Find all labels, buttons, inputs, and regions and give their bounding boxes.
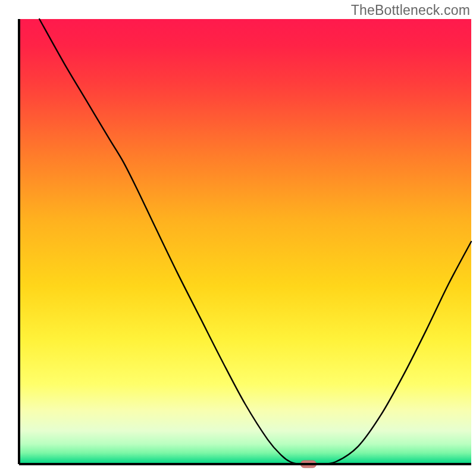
plot-background <box>19 19 471 464</box>
bottleneck-chart: TheBottleneck.com <box>0 0 476 476</box>
chart-canvas <box>0 0 476 476</box>
watermark-text: TheBottleneck.com <box>351 2 470 18</box>
